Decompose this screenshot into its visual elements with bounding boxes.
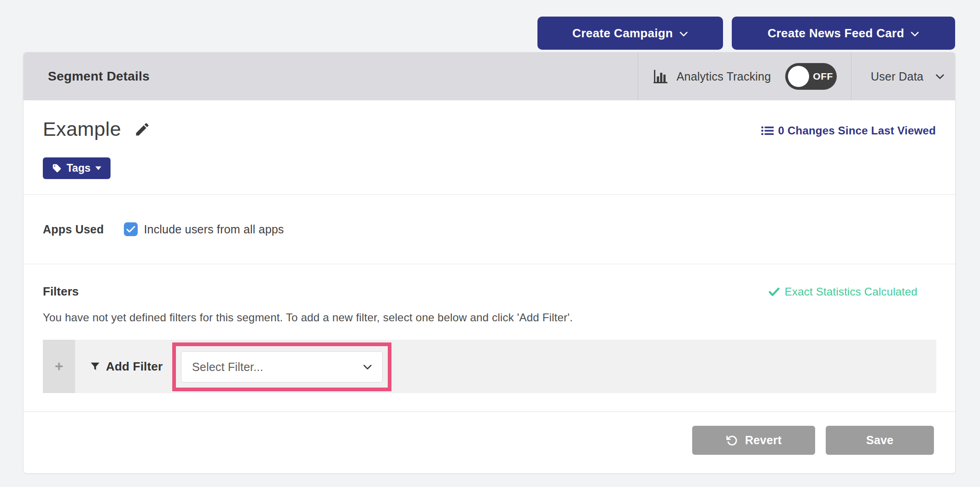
create-news-feed-card-label: Create News Feed Card bbox=[768, 26, 904, 41]
revert-button[interactable]: Revert bbox=[692, 426, 815, 455]
tags-button[interactable]: Tags bbox=[43, 157, 111, 179]
edit-pencil-icon[interactable] bbox=[134, 121, 151, 138]
analytics-tracking-group: Analytics Tracking OFF bbox=[652, 52, 837, 100]
bar-chart-icon bbox=[652, 68, 670, 85]
highlight-box: Select Filter... bbox=[172, 342, 391, 391]
segment-details-panel: Segment Details Analytics Tracking OFF U… bbox=[23, 52, 956, 474]
segment-name-row: Example bbox=[43, 118, 151, 140]
exact-statistics-label: Exact Statistics Calculated bbox=[785, 285, 917, 298]
chevron-down-icon bbox=[679, 31, 688, 37]
header-divider bbox=[638, 52, 638, 100]
tag-icon bbox=[52, 163, 62, 173]
apps-used-section: Apps Used Include users from all apps bbox=[23, 195, 955, 264]
add-filter-row: + Add Filter Select Filter... bbox=[43, 340, 936, 393]
filters-description: You have not yet defined filters for thi… bbox=[43, 311, 573, 324]
tags-button-label: Tags bbox=[67, 162, 91, 174]
chevron-down-icon bbox=[363, 364, 372, 370]
save-button[interactable]: Save bbox=[826, 426, 934, 455]
analytics-tracking-toggle[interactable]: OFF bbox=[785, 63, 837, 90]
toggle-state-label: OFF bbox=[812, 63, 834, 90]
panel-footer: Revert Save bbox=[23, 412, 955, 474]
revert-button-label: Revert bbox=[745, 434, 782, 447]
filters-section: Filters Exact Statistics Calculated You … bbox=[23, 264, 955, 412]
chevron-down-icon bbox=[910, 31, 919, 37]
add-filter-group: Add Filter bbox=[90, 340, 163, 393]
chevron-down-icon bbox=[935, 74, 945, 80]
include-all-apps-checkbox[interactable] bbox=[124, 222, 138, 236]
segment-name: Example bbox=[43, 118, 121, 140]
include-all-apps-label: Include users from all apps bbox=[144, 223, 284, 236]
filters-heading: Filters bbox=[43, 284, 79, 299]
changes-since-last-viewed-link[interactable]: 0 Changes Since Last Viewed bbox=[761, 124, 936, 137]
create-campaign-label: Create Campaign bbox=[572, 26, 673, 41]
add-filter-plus-cell[interactable]: + bbox=[43, 340, 75, 393]
check-icon bbox=[769, 287, 780, 296]
changes-link-label: 0 Changes Since Last Viewed bbox=[778, 124, 936, 137]
add-filter-label: Add Filter bbox=[106, 359, 163, 374]
panel-header: Segment Details Analytics Tracking OFF U… bbox=[23, 52, 955, 100]
apps-used-label: Apps Used bbox=[43, 223, 104, 236]
select-filter-dropdown[interactable]: Select Filter... bbox=[181, 351, 383, 383]
segment-title-section: Example 0 Changes Since Last Viewed bbox=[23, 100, 955, 195]
exact-statistics-status: Exact Statistics Calculated bbox=[769, 285, 917, 298]
toggle-knob bbox=[788, 66, 809, 87]
create-news-feed-card-button[interactable]: Create News Feed Card bbox=[732, 17, 955, 50]
create-campaign-button[interactable]: Create Campaign bbox=[537, 17, 723, 50]
user-data-label: User Data bbox=[871, 70, 923, 83]
user-data-dropdown[interactable]: User Data bbox=[851, 52, 956, 100]
caret-down-icon bbox=[95, 166, 101, 170]
analytics-tracking-label: Analytics Tracking bbox=[677, 70, 771, 83]
revert-icon bbox=[726, 435, 738, 446]
check-icon bbox=[126, 226, 135, 233]
select-filter-placeholder: Select Filter... bbox=[181, 360, 263, 374]
page-title: Segment Details bbox=[48, 52, 150, 100]
plus-icon: + bbox=[55, 358, 63, 375]
list-icon bbox=[761, 126, 774, 136]
footer-buttons: Revert Save bbox=[692, 426, 934, 455]
save-button-label: Save bbox=[866, 434, 894, 447]
filter-funnel-icon bbox=[90, 362, 100, 371]
